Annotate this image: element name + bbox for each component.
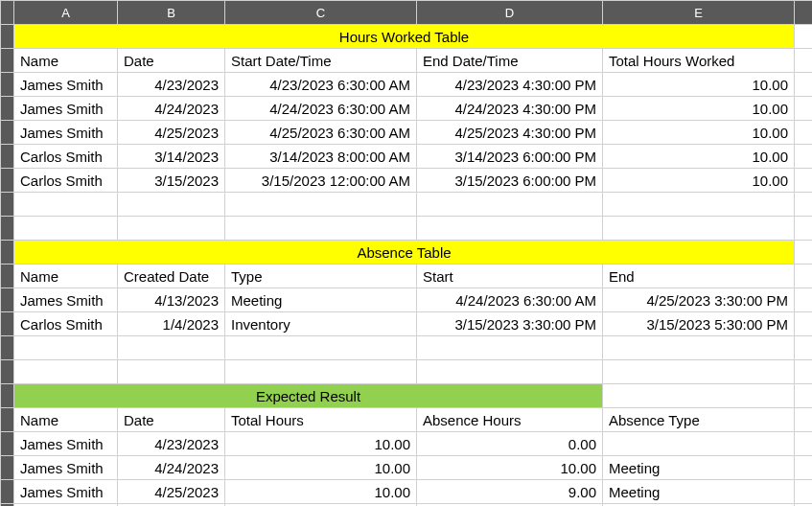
row-header[interactable] [1, 456, 14, 480]
header-cell[interactable]: End Date/Time [417, 49, 603, 73]
cell[interactable] [795, 169, 813, 193]
row-header[interactable] [1, 408, 14, 432]
cell[interactable] [795, 217, 813, 241]
header-cell[interactable]: Absence Type [603, 408, 795, 432]
row-header[interactable] [1, 336, 14, 360]
cell[interactable]: 4/23/2023 [118, 432, 225, 456]
col-header[interactable]: C [225, 1, 417, 25]
cell[interactable]: 10.00 [603, 145, 795, 169]
col-header[interactable]: B [118, 1, 225, 25]
cell[interactable] [795, 408, 813, 432]
cell[interactable]: 4/25/2023 3:30:00 PM [603, 288, 795, 312]
header-cell[interactable]: Absence Hours [417, 408, 603, 432]
header-cell[interactable]: Created Date [118, 264, 225, 288]
cell[interactable] [417, 360, 603, 384]
cell[interactable]: 4/24/2023 6:30:00 AM [417, 288, 603, 312]
col-header[interactable]: E [603, 1, 795, 25]
header-cell[interactable]: Date [118, 408, 225, 432]
cell[interactable] [795, 97, 813, 121]
cell[interactable]: Meeting [603, 480, 795, 504]
cell[interactable] [795, 312, 813, 336]
cell[interactable]: 0.00 [417, 432, 603, 456]
cell[interactable]: Carlos Smith [14, 312, 118, 336]
cell[interactable]: 3/15/2023 5:30:00 PM [603, 312, 795, 336]
cell[interactable] [225, 193, 417, 217]
row-header[interactable] [1, 73, 14, 97]
cell[interactable]: 4/24/2023 6:30:00 AM [225, 97, 417, 121]
header-cell[interactable]: Start [417, 264, 603, 288]
cell[interactable]: 4/13/2023 [118, 288, 225, 312]
cell[interactable] [225, 360, 417, 384]
cell[interactable]: 10.00 [603, 73, 795, 97]
cell[interactable] [118, 193, 225, 217]
cell[interactable] [603, 432, 795, 456]
cell[interactable] [14, 360, 118, 384]
cell[interactable] [795, 73, 813, 97]
cell[interactable] [795, 25, 813, 49]
row-header[interactable] [1, 312, 14, 336]
expected-title[interactable]: Expected Result [14, 384, 603, 408]
row-header[interactable] [1, 217, 14, 241]
cell[interactable]: 4/25/2023 4:30:00 PM [417, 121, 603, 145]
header-cell[interactable]: Date [118, 49, 225, 73]
cell[interactable]: 4/25/2023 [118, 480, 225, 504]
cell[interactable]: James Smith [14, 480, 118, 504]
cell[interactable]: Carlos Smith [14, 145, 118, 169]
row-header[interactable] [1, 121, 14, 145]
cell[interactable]: James Smith [14, 288, 118, 312]
cell[interactable]: 3/14/2023 [118, 145, 225, 169]
cell[interactable]: James Smith [14, 73, 118, 97]
cell[interactable] [14, 336, 118, 360]
cell[interactable]: 4/25/2023 6:30:00 AM [225, 121, 417, 145]
cell[interactable]: 9.00 [417, 480, 603, 504]
cell[interactable] [795, 336, 813, 360]
cell[interactable]: Meeting [225, 288, 417, 312]
cell[interactable] [118, 217, 225, 241]
cell[interactable]: Inventory [225, 312, 417, 336]
cell[interactable]: 4/23/2023 6:30:00 AM [225, 73, 417, 97]
col-header[interactable] [795, 1, 813, 25]
row-header[interactable] [1, 264, 14, 288]
cell[interactable]: 3/15/2023 6:00:00 PM [417, 169, 603, 193]
spreadsheet[interactable]: A B C D E Hours Worked Table Name Date S… [0, 0, 812, 506]
cell[interactable]: 10.00 [603, 97, 795, 121]
cell[interactable]: Carlos Smith [14, 169, 118, 193]
cell[interactable]: 10.00 [603, 121, 795, 145]
cell[interactable] [795, 145, 813, 169]
cell[interactable] [225, 336, 417, 360]
cell[interactable]: 4/24/2023 4:30:00 PM [417, 97, 603, 121]
cell[interactable]: 10.00 [225, 480, 417, 504]
cell[interactable] [14, 193, 118, 217]
row-header[interactable] [1, 432, 14, 456]
header-cell[interactable]: Start Date/Time [225, 49, 417, 73]
cell[interactable]: 3/15/2023 3:30:00 PM [417, 312, 603, 336]
row-header[interactable] [1, 288, 14, 312]
header-cell[interactable]: Total Hours [225, 408, 417, 432]
cell[interactable]: James Smith [14, 456, 118, 480]
cell[interactable] [795, 49, 813, 73]
cell[interactable]: 3/14/2023 8:00:00 AM [225, 145, 417, 169]
cell[interactable]: 3/15/2023 12:00:00 AM [225, 169, 417, 193]
cell[interactable] [795, 456, 813, 480]
cell[interactable]: James Smith [14, 432, 118, 456]
cell[interactable]: 1/4/2023 [118, 312, 225, 336]
cell[interactable]: 4/23/2023 4:30:00 PM [417, 73, 603, 97]
header-cell[interactable]: Type [225, 264, 417, 288]
cell[interactable] [795, 360, 813, 384]
row-header[interactable] [1, 360, 14, 384]
cell[interactable]: 4/23/2023 [118, 73, 225, 97]
cell[interactable] [417, 336, 603, 360]
col-header[interactable]: A [14, 1, 118, 25]
row-header[interactable] [1, 25, 14, 49]
row-header[interactable] [1, 384, 14, 408]
row-header[interactable] [1, 97, 14, 121]
cell[interactable] [118, 336, 225, 360]
cell[interactable]: Meeting [603, 456, 795, 480]
cell[interactable] [603, 336, 795, 360]
cell[interactable] [14, 217, 118, 241]
cell[interactable] [417, 193, 603, 217]
cell[interactable]: 3/15/2023 [118, 169, 225, 193]
cell[interactable] [795, 121, 813, 145]
row-header[interactable] [1, 145, 14, 169]
cell[interactable]: 4/24/2023 [118, 456, 225, 480]
